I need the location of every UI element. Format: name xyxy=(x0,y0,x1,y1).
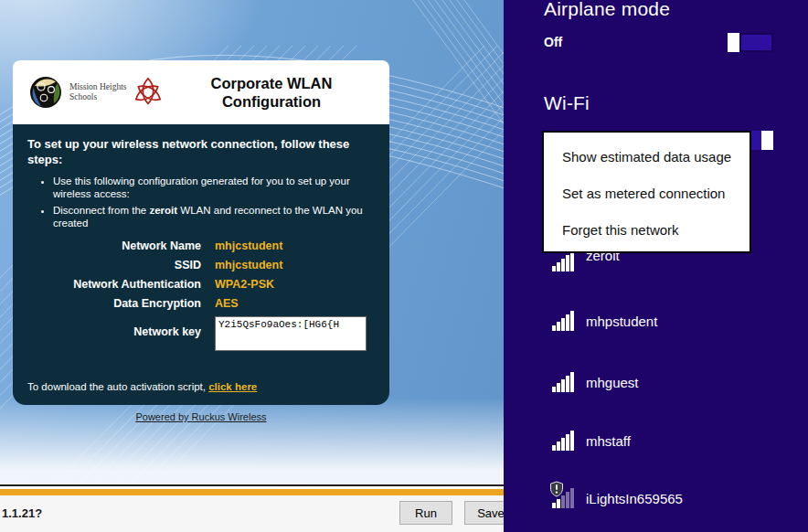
field-row-network-key: Network key Y2i5QsFo9aOes:[HG6{H xyxy=(27,316,375,351)
toggle-knob xyxy=(728,33,739,52)
download-message: 1.1.21? xyxy=(2,506,42,520)
network-name: mhpstudent xyxy=(586,314,657,329)
field-label: Network Authentication xyxy=(27,278,201,291)
network-key-field[interactable]: Y2i5QsFo9aOes:[HG6{H xyxy=(215,316,367,351)
school-koru-logo-icon xyxy=(29,76,62,109)
browser-page: Mission Heights Schools Corporate WLAN C… xyxy=(0,0,504,532)
networks-panel: Airplane mode Off Wi-Fi zeroit mhpstuden… xyxy=(504,0,808,532)
field-label: SSID xyxy=(27,259,201,271)
menu-item-show-estimated-data-usage[interactable]: Show estimated data usage xyxy=(544,139,750,176)
card-body: To set up your wireless network connecti… xyxy=(13,124,389,405)
wifi-signal-weak-icon xyxy=(552,488,574,508)
wifi-signal-icon xyxy=(552,431,574,451)
download-script-line: To download the auto activation script, … xyxy=(27,381,375,392)
download-notification-bar: 1.1.21? Run Save xyxy=(0,484,504,532)
menu-item-forget-this-network[interactable]: Forget this network xyxy=(544,212,750,249)
network-item-mhguest[interactable]: mhguest xyxy=(552,371,639,393)
field-label: Data Encryption xyxy=(27,297,201,310)
card-header: Mission Heights Schools Corporate WLAN C… xyxy=(13,60,389,124)
network-name: mhguest xyxy=(586,375,639,390)
menu-item-set-as-metered-connection[interactable]: Set as metered connection xyxy=(544,176,750,212)
airplane-mode-heading: Airplane mode xyxy=(544,0,670,20)
field-row-network-name: Network Name mhjcstudent xyxy=(27,239,375,252)
wifi-signal-icon xyxy=(552,251,574,271)
triquetra-icon xyxy=(132,73,165,112)
powered-by: Powered by Ruckus Wireless xyxy=(13,408,389,424)
wifi-signal-icon xyxy=(552,311,574,331)
page-title: Corporate WLAN Configuration xyxy=(165,74,378,111)
powered-by-link[interactable]: Powered by Ruckus Wireless xyxy=(135,411,266,422)
field-row-ssid: SSID mhjcstudent xyxy=(27,259,375,271)
field-row-authentication: Network Authentication WPA2-PSK xyxy=(27,278,375,291)
steps-list: Use this following configuration generat… xyxy=(42,176,375,229)
field-value: mhjcstudent xyxy=(215,259,282,271)
wlan-config-card: Mission Heights Schools Corporate WLAN C… xyxy=(13,60,389,405)
warning-shield-icon xyxy=(549,481,564,497)
step-item: Disconnect from the zeroit WLAN and reco… xyxy=(53,205,375,229)
field-value: AES xyxy=(215,297,239,310)
notification-warning-stripe xyxy=(0,489,504,495)
airplane-mode-toggle[interactable] xyxy=(728,33,773,52)
field-row-encryption: Data Encryption AES xyxy=(27,297,375,310)
field-value: mhjcstudent xyxy=(215,239,282,252)
network-name: iLightsIn659565 xyxy=(586,491,683,506)
network-name: mhstaff xyxy=(586,433,631,449)
save-button[interactable]: Save xyxy=(464,501,504,525)
network-item-zeroit[interactable]: zeroit xyxy=(552,250,620,272)
wifi-heading: Wi-Fi xyxy=(544,92,590,114)
screen: Mission Heights Schools Corporate WLAN C… xyxy=(0,0,808,532)
step-item: Use this following configuration generat… xyxy=(53,176,375,200)
toggle-track xyxy=(739,33,773,52)
field-label: Network Name xyxy=(27,239,201,252)
field-value: WPA2-PSK xyxy=(215,278,274,291)
run-button[interactable]: Run xyxy=(399,501,452,525)
toggle-knob xyxy=(761,131,773,150)
intro-text: To set up your wireless network connecti… xyxy=(27,136,386,167)
airplane-mode-state: Off xyxy=(544,35,562,49)
network-item-ilightsin659565[interactable]: iLightsIn659565 xyxy=(552,487,683,509)
network-key-label: Network key xyxy=(27,316,201,351)
school-name: Mission Heights Schools xyxy=(69,82,128,102)
click-here-link[interactable]: click here xyxy=(208,381,257,392)
network-item-mhstaff[interactable]: mhstaff xyxy=(552,430,631,452)
config-fields: Network Name mhjcstudent SSID mhjcstuden… xyxy=(27,239,375,351)
wifi-signal-icon xyxy=(552,372,574,392)
network-context-menu: Show estimated data usage Set as metered… xyxy=(542,131,751,253)
notification-body: 1.1.21? Run Save xyxy=(0,495,504,532)
network-item-mhpstudent[interactable]: mhpstudent xyxy=(552,310,657,332)
